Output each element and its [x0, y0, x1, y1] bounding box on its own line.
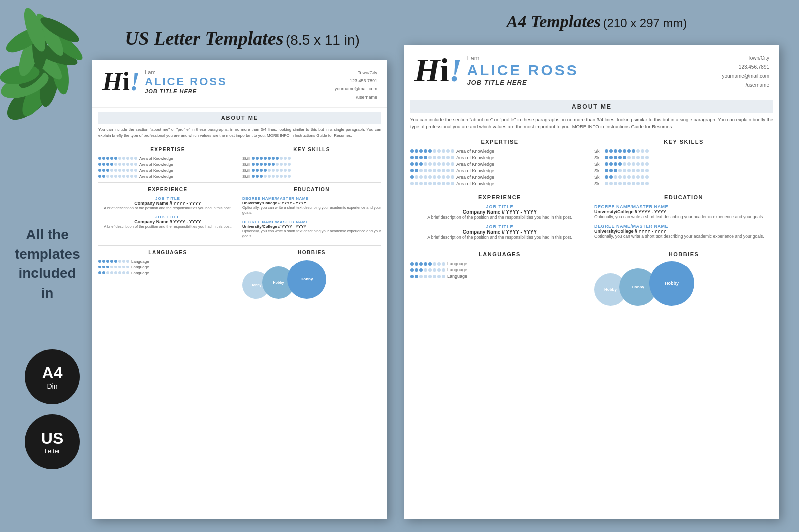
experience-col-right: EXPERIENCE JOB TITLE Company Name // YYY…: [410, 192, 589, 245]
education-col-right: EDUCATION DEGREE NAME/MASTER NAME Univer…: [594, 192, 773, 245]
hobbies-col-left: HOBBIES Hobby Hobby Hobby: [242, 248, 381, 299]
lang-row-3: Language: [98, 271, 237, 275]
education-title-right: EDUCATION: [594, 192, 773, 202]
exp-edu-section-right: EXPERIENCE JOB TITLE Company Name // YYY…: [404, 192, 779, 245]
about-me-text-left: You can include the section "about me" o…: [98, 127, 381, 139]
rkskill-row-3: Skill: [594, 162, 773, 167]
languages-col-left: LANGUAGES Language Language: [98, 248, 237, 299]
rkskill-row-6: Skill: [594, 181, 773, 186]
skill-row-3: Area of Knowledge: [98, 168, 237, 173]
hi-exclaim-right: !: [449, 52, 462, 88]
key-skills-col-right: KEY SKILLS Skill Skill Skill: [594, 137, 773, 188]
skill-row-4: Area of Knowledge: [98, 174, 237, 179]
rlang-row-3: Language: [410, 274, 589, 279]
edu-entry-2-left: DEGREE NAME/MASTER NAME University/Colle…: [242, 220, 381, 239]
rkskill-row-2: Skill: [594, 155, 773, 160]
badge-a4: A4 Din: [25, 349, 80, 404]
experience-col-left: EXPERIENCE JOB TITLE Company Name // YYY…: [98, 185, 237, 243]
hobby-circle-3-right: Hobby: [649, 261, 694, 306]
left-label: All the templates included in: [15, 225, 80, 303]
key-skills-col-left: KEY SKILLS Skill Skill Skill: [242, 145, 381, 180]
about-me-header-right: ABOUT ME: [410, 100, 773, 113]
expertise-title-left: EXPERTISE: [98, 145, 237, 154]
edu-entry-1-left: DEGREE NAME/MASTER NAME University/Colle…: [242, 196, 381, 216]
header-right-regular: (210 x 297 mm): [603, 16, 687, 30]
contact-left: Town/City 123.456.7891 yourname@mail.com…: [335, 69, 377, 101]
about-me-left: You can include the section "about me" o…: [92, 127, 387, 142]
hobbies-col-right: HOBBIES Hobby Hobby Hobby: [594, 249, 773, 306]
hi-text-right: Hi!: [414, 54, 462, 87]
exp-entry-2-left: JOB TITLE Company Name // YYYY - YYYY A …: [98, 215, 237, 230]
education-title-left: EDUCATION: [242, 185, 381, 194]
rskill-row-3: Area of Knowledge: [410, 162, 589, 167]
resume-right-header: Hi! I am ALICE ROSS JOB TITLE HERE Town/…: [404, 45, 779, 96]
hi-exclaim-left: !: [130, 67, 140, 96]
edu-entry-1-right: DEGREE NAME/MASTER NAME University/Colle…: [594, 204, 773, 220]
experience-title-right: EXPERIENCE: [410, 192, 589, 202]
header-left-regular: (8.5 x 11 in): [286, 32, 360, 48]
exp-edu-section-left: EXPERIENCE JOB TITLE Company Name // YYY…: [92, 185, 387, 243]
header-left-cursive: US Letter Templates: [125, 28, 283, 49]
exp-entry-1-left: JOB TITLE Company Name // YYYY - YYYY A …: [98, 196, 237, 211]
expertise-title-right: EXPERTISE: [410, 137, 589, 147]
header-right-cursive: A4 Templates: [506, 12, 601, 31]
lang-row-1: Language: [98, 259, 237, 264]
rskill-row-5: Area of Knowledge: [410, 175, 589, 180]
rkskill-row-4: Skill: [594, 168, 773, 173]
header-right: A4 Templates (210 x 297 mm): [409, 12, 784, 31]
hobbies-title-left: HOBBIES: [242, 248, 381, 257]
experience-title-left: EXPERIENCE: [98, 185, 237, 194]
languages-col-right: LANGUAGES Language Language: [410, 249, 589, 306]
key-skills-title-right: KEY SKILLS: [594, 137, 773, 147]
name-block-right: I am ALICE ROSS JOB TITLE HERE: [467, 54, 578, 86]
expertise-col-right: EXPERTISE Area of Knowledge Area of Know…: [410, 137, 589, 188]
languages-title-right: LANGUAGES: [410, 249, 589, 259]
rlang-row-1: Language: [410, 261, 589, 266]
header-left: US Letter Templates (8.5 x 11 in): [95, 27, 390, 49]
rskill-row-1: Area of Knowledge: [410, 149, 589, 154]
kskill-row-2: Skill: [242, 162, 381, 167]
rkskill-row-1: Skill: [594, 149, 773, 154]
kskill-row-3: Skill: [242, 168, 381, 173]
resume-right: Hi! I am ALICE ROSS JOB TITLE HERE Town/…: [404, 45, 779, 519]
hobbies-title-right: HOBBIES: [594, 249, 773, 259]
lang-hobby-section-right: LANGUAGES Language Language: [404, 249, 779, 306]
kskill-row-4: Skill: [242, 174, 381, 179]
rlang-row-2: Language: [410, 267, 589, 272]
i-am-left: I am: [145, 69, 227, 75]
rkskill-row-5: Skill: [594, 175, 773, 180]
exp-entry-1-right: JOB TITLE Company Name // YYYY - YYYY A …: [410, 204, 589, 221]
about-me-right: You can include the section "about me" o…: [404, 116, 779, 134]
resume-left-header: Hi! I am ALICE ROSS JOB TITLE HERE Town/…: [92, 60, 387, 108]
badge-us: US Letter: [25, 414, 80, 469]
name-right: ALICE ROSS: [467, 62, 578, 79]
contact-right: Town/City 123.456.7891 yourname@mail.com…: [722, 54, 769, 90]
name-block-left: I am ALICE ROSS JOB TITLE HERE: [145, 69, 227, 94]
rskill-row-2: Area of Knowledge: [410, 155, 589, 160]
kskill-row-1: Skill: [242, 156, 381, 161]
resume-left: Hi! I am ALICE ROSS JOB TITLE HERE Town/…: [92, 60, 387, 519]
languages-title-left: LANGUAGES: [98, 248, 237, 257]
skill-row-1: Area of Knowledge: [98, 156, 237, 161]
rskill-row-6: Area of Knowledge: [410, 181, 589, 186]
job-title-right: JOB TITLE HERE: [467, 79, 578, 86]
exp-entry-2-right: JOB TITLE Company Name // YYYY - YYYY A …: [410, 224, 589, 241]
lang-row-2: Language: [98, 265, 237, 269]
about-me-header-left: ABOUT ME: [98, 112, 381, 124]
name-left: ALICE ROSS: [145, 75, 227, 88]
about-me-text-right: You can include the section "about me" o…: [410, 116, 773, 131]
expertise-col-left: EXPERTISE Area of Knowledge Area of Know…: [98, 145, 237, 180]
lang-hobby-section-left: LANGUAGES Language Language: [92, 248, 387, 299]
hobby-circle-3-left: Hobby: [287, 260, 326, 299]
key-skills-title-left: KEY SKILLS: [242, 145, 381, 154]
skills-section-right: EXPERTISE Area of Knowledge Area of Know…: [404, 137, 779, 188]
skills-section-left: EXPERTISE Area of Knowledge Area of Know…: [92, 145, 387, 180]
rskill-row-4: Area of Knowledge: [410, 168, 589, 173]
job-title-left: JOB TITLE HERE: [145, 88, 227, 94]
education-col-left: EDUCATION DEGREE NAME/MASTER NAME Univer…: [242, 185, 381, 243]
i-am-right: I am: [467, 54, 578, 62]
edu-entry-2-right: DEGREE NAME/MASTER NAME University/Colle…: [594, 224, 773, 240]
skill-row-2: Area of Knowledge: [98, 162, 237, 167]
plant-decoration: [0, 0, 110, 140]
